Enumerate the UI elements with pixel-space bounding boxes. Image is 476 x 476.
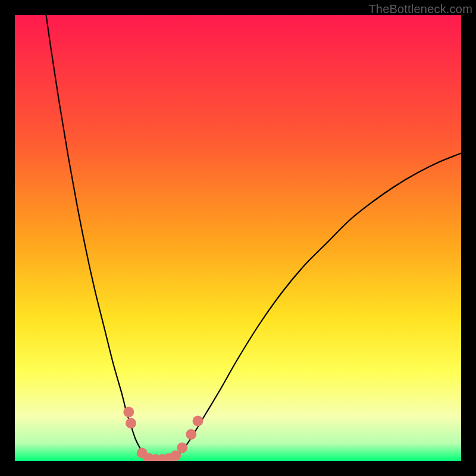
data-marker [177, 443, 187, 453]
data-marker [186, 429, 196, 440]
chart-frame [15, 15, 461, 461]
data-marker [123, 407, 134, 418]
data-marker [126, 418, 136, 428]
gradient-background [15, 15, 461, 461]
attribution-label: TheBottleneck.com [368, 2, 472, 16]
bottleneck-plot [15, 15, 461, 461]
data-marker [193, 416, 203, 427]
